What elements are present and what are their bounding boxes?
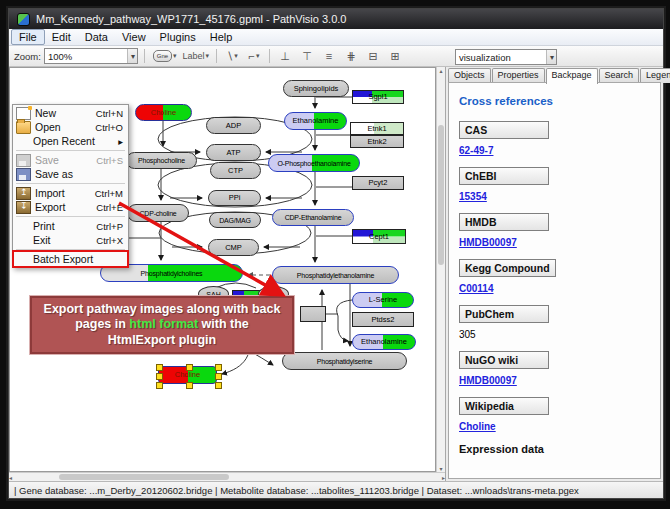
node-o-phosphoethanolamine[interactable]: O-Phosphoethanolamine [268,154,360,172]
file-menu-item-save[interactable]: SaveCtrl+S [14,153,127,167]
tab-search[interactable]: Search [599,68,640,83]
horizontal-scroll-thumb[interactable] [59,474,229,480]
selection-handle[interactable] [186,364,193,371]
align-center-button[interactable]: ⊥ [275,47,295,65]
crossref-link[interactable]: C00114 [459,283,493,294]
gene-unlabeled[interactable] [300,306,326,322]
node-ethanolamine-bottom[interactable]: Ethanolamine [352,334,416,350]
selection-handle[interactable] [156,382,163,389]
chevron-down-icon[interactable]: ▾ [205,52,209,60]
menu-item-label: Batch Export [33,253,123,265]
zoom-dropdown[interactable]: 100% ▾ [44,48,138,64]
node-l-serine[interactable]: L-Serine [352,292,414,308]
connector-tool-button[interactable]: ⌐▾ [244,47,264,65]
node-atp[interactable]: ATP [206,144,261,161]
file-menu-item-print[interactable]: PrintCtrl+P [14,219,127,233]
chevron-down-icon[interactable]: ▾ [546,50,556,64]
file-menu-item-batch-export[interactable]: Batch Export [14,252,127,266]
node-ethanolamine-top[interactable]: Ethanolamine [284,112,347,130]
menubar-item-view[interactable]: View [115,30,153,44]
chevron-down-icon[interactable]: ▾ [234,52,238,60]
selection-handle[interactable] [186,382,193,389]
node-dag[interactable]: DAG/MAG [209,212,261,228]
menu-item-label: Save [35,154,92,166]
node-ppi[interactable]: PPi [208,190,261,206]
pathway-canvas[interactable]: SphingolipidsSgpl1CholineEthanolamineADP… [9,67,436,472]
node-cdp-ethanolamine[interactable]: CDP-Ethanolamine [272,209,354,226]
tab-objects[interactable]: Objects [448,68,491,83]
gene-etnk2[interactable]: Etnk2 [350,135,404,148]
common-width-button[interactable]: ⊞ [385,47,405,65]
menu-item-label: Save as [35,168,123,180]
common-height-button[interactable]: ⊟ [363,47,383,65]
common-width-icon: ⊞ [390,50,399,63]
menubar-item-edit[interactable]: Edit [45,30,78,44]
chevron-down-icon[interactable]: ▾ [256,52,260,60]
datanode-tool-button[interactable]: Gne▾ [151,47,179,65]
selection-handle[interactable] [156,373,163,380]
file-menu-item-export[interactable]: ExportCtrl+E [14,200,127,214]
selection-handle[interactable] [215,364,222,371]
gene-etnk1[interactable]: Etnk1 [350,122,404,135]
node-ctp[interactable]: CTP [210,162,261,179]
scroll-up-icon[interactable]: ▴ [440,67,443,74]
tab-legend[interactable]: Legend [640,68,670,83]
node-phosphatidylserine[interactable]: Phosphatidylserine [282,352,407,370]
gene-ptdss2[interactable]: Ptdss2 [352,312,414,327]
gene-sgpl1[interactable]: Sgpl1 [352,90,404,104]
file-menu-item-import[interactable]: ImportCtrl+M [14,186,127,200]
menubar-item-data[interactable]: Data [78,30,115,44]
visualization-dropdown[interactable]: visualization ▾ [455,49,557,65]
annotation-line1: Export pathway images along with back [32,302,292,318]
crossref-link[interactable]: HMDB00097 [459,237,517,248]
menubar-item-plugins[interactable]: Plugins [153,30,203,44]
file-menu-item-save-as[interactable]: Save as [14,167,127,181]
node-choline-selected[interactable]: Choline [158,366,217,384]
node-phosphocholine[interactable]: Phosphocholine [126,152,197,169]
gene-cept1[interactable]: Cept1 [352,229,406,244]
file-menu-item-open[interactable]: OpenCtrl+O [14,120,127,134]
file-menu-item-open-recent[interactable]: Open Recent▸ [14,134,127,148]
menu-item-spacer [16,136,29,147]
align-middle-button[interactable]: ⊤ [297,47,317,65]
selection-handle[interactable] [215,373,222,380]
selection-handle[interactable] [156,364,163,371]
toolbar-separator [144,49,145,63]
crossref-link[interactable]: 15354 [459,191,487,202]
chevron-down-icon[interactable]: ▾ [127,49,137,63]
menu-item-label: Open [35,121,91,133]
vertical-scroll-thumb[interactable] [438,125,444,265]
crossref-link[interactable]: 62-49-7 [459,145,493,156]
node-phosphatidylethanolamine[interactable]: Phosphatidylethanolamine [272,266,399,284]
node-cdp-choline[interactable]: CDP-choline [127,204,189,222]
selection-handle[interactable] [215,382,222,389]
horizontal-scrollbar[interactable]: ◂ ▸ [9,472,445,481]
node-sphingolipids[interactable]: Sphingolipids [283,80,349,97]
side-panel: ObjectsPropertiesBackpageSearchLegend Cr… [445,67,663,481]
title-bar[interactable]: Mm_Kennedy_pathway_WP1771_45176.gpml - P… [9,9,663,29]
tab-properties[interactable]: Properties [492,68,545,83]
file-menu-item-new[interactable]: NewCtrl+N [14,106,127,120]
node-cmp[interactable]: CMP [208,239,259,256]
chevron-down-icon[interactable]: ▾ [173,52,177,60]
menubar-item-file[interactable]: File [11,29,45,45]
stack-horizontal-button[interactable]: ⋕ [341,47,361,65]
scroll-down-icon[interactable]: ▾ [440,465,443,472]
status-bar: | Gene database: ...m_Derby_20120602.bri… [9,481,663,498]
scroll-left-icon[interactable]: ◂ [9,474,12,481]
menubar-item-help[interactable]: Help [203,30,240,44]
tab-backpage[interactable]: Backpage [546,68,598,84]
label-tool-button[interactable]: Label▾ [180,47,211,65]
crossref-link[interactable]: Choline [459,421,496,432]
file-menu-item-exit[interactable]: ExitCtrl+X [14,233,127,247]
backpage-section-value: Choline [459,421,650,432]
node-choline-top[interactable]: Choline [135,104,192,121]
crossref-link[interactable]: HMDB00097 [459,375,517,386]
stack-vertical-button[interactable]: ≡ [319,47,339,65]
gene-pcyt2[interactable]: Pcyt2 [352,176,404,190]
scroll-right-icon[interactable]: ▸ [442,474,445,481]
vertical-scrollbar[interactable]: ▴ ▾ [436,67,445,472]
node-adp[interactable]: ADP [206,117,261,134]
line-tool-button[interactable]: ∖▾ [222,47,242,65]
menu-item-spacer [16,235,29,246]
